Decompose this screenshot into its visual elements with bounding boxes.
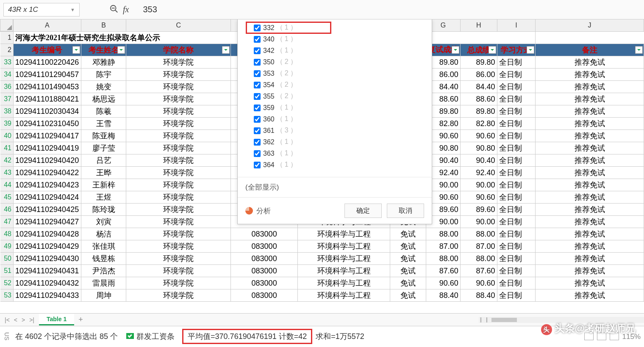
row-header[interactable]: 41 bbox=[0, 142, 14, 154]
cell-college[interactable]: 环境学院 bbox=[126, 216, 231, 228]
cell-note[interactable]: 推荐免试 bbox=[536, 142, 644, 154]
row-header[interactable]: 52 bbox=[0, 277, 14, 289]
col-header[interactable]: H bbox=[460, 19, 497, 32]
cell-mode[interactable]: 全日制 bbox=[497, 240, 536, 253]
filter-item[interactable]: 350（2） bbox=[246, 56, 432, 68]
cell-note[interactable]: 推荐免试 bbox=[536, 289, 644, 302]
filter-button[interactable] bbox=[222, 46, 230, 54]
cell-college[interactable]: 环境学院 bbox=[126, 81, 231, 93]
cell-mode[interactable]: 全日制 bbox=[497, 253, 536, 265]
filter-checkbox[interactable] bbox=[254, 150, 261, 157]
cell-id[interactable]: 102941100220426 bbox=[14, 56, 81, 69]
cell-retest[interactable]: 88.00 bbox=[426, 228, 460, 240]
cell-mode[interactable]: 全日制 bbox=[497, 265, 536, 277]
cell-college[interactable]: 环境学院 bbox=[126, 130, 231, 142]
col-header[interactable]: J bbox=[536, 19, 644, 32]
row-header[interactable]: 47 bbox=[0, 216, 14, 228]
cell-retest[interactable]: 87.00 bbox=[426, 240, 460, 253]
cell-id[interactable]: 102941102940428 bbox=[14, 228, 81, 240]
cell-name[interactable]: 尹浩杰 bbox=[81, 265, 126, 277]
cell-college[interactable]: 环境学院 bbox=[126, 105, 231, 118]
cell-note[interactable]: 推荐免试 bbox=[536, 265, 644, 277]
filter-checkbox[interactable] bbox=[254, 59, 261, 66]
cell-name[interactable]: 钱昱栋 bbox=[81, 253, 126, 265]
cell-mode[interactable]: 全日制 bbox=[497, 289, 536, 302]
cell-note[interactable]: 推荐免试 bbox=[536, 277, 644, 289]
cell-name[interactable]: 陈羲 bbox=[81, 105, 126, 118]
cell-mode[interactable]: 全日制 bbox=[497, 93, 536, 105]
cell-mode[interactable]: 全日制 bbox=[497, 130, 536, 142]
filter-checkbox[interactable] bbox=[254, 47, 261, 54]
cell-retest[interactable]: 87.60 bbox=[426, 265, 460, 277]
table-row[interactable]: 48102941102940428杨洁环境学院083000环境科学与工程免试88… bbox=[0, 228, 644, 240]
cell-college[interactable]: 环境学院 bbox=[126, 93, 231, 105]
cell-note[interactable]: 推荐免试 bbox=[536, 130, 644, 142]
cell-id[interactable]: 102941102940424 bbox=[14, 191, 81, 204]
filter-item[interactable]: 360（1） bbox=[246, 113, 432, 125]
cell-total[interactable]: 90.60 bbox=[460, 277, 497, 289]
filter-analyze-label[interactable]: 分析 bbox=[256, 206, 271, 216]
filter-button[interactable] bbox=[452, 46, 459, 54]
cell-college[interactable]: 环境学院 bbox=[126, 265, 231, 277]
filter-item[interactable]: 355（2） bbox=[246, 91, 432, 102]
table-row[interactable]: 52102941102940432雷晨雨环境学院083000环境科学与工程免试9… bbox=[0, 277, 644, 289]
cell-note[interactable]: 推荐免试 bbox=[536, 204, 644, 216]
row-header[interactable]: 50 bbox=[0, 253, 14, 265]
cell-id[interactable]: 102941102940417 bbox=[14, 130, 81, 142]
cell-note[interactable]: 推荐免试 bbox=[536, 56, 644, 69]
chevron-down-icon[interactable]: ▼ bbox=[70, 7, 75, 12]
tab-nav[interactable]: |<<>>| bbox=[0, 317, 39, 323]
table-row[interactable]: 50102941102940430钱昱栋环境学院083000环境科学与工程免试8… bbox=[0, 253, 644, 265]
cell-name[interactable]: 王晔 bbox=[81, 167, 126, 179]
cell-exam[interactable]: 免试 bbox=[390, 277, 426, 289]
cell-note[interactable]: 推荐免试 bbox=[536, 93, 644, 105]
cell-mode[interactable]: 全日制 bbox=[497, 216, 536, 228]
cell-id[interactable]: 102941101490453 bbox=[14, 81, 81, 93]
cell-name[interactable]: 陈玲珑 bbox=[81, 204, 126, 216]
cell-name[interactable]: 王雪 bbox=[81, 118, 126, 130]
cell-total[interactable]: 88.40 bbox=[460, 289, 497, 302]
filter-item[interactable]: 354（2） bbox=[246, 79, 432, 91]
filter-item[interactable]: 364（1） bbox=[246, 159, 432, 171]
cell-note[interactable]: 推荐免试 bbox=[536, 179, 644, 191]
hdr-id[interactable]: 考生编号 bbox=[14, 44, 81, 56]
cell-college[interactable]: 环境学院 bbox=[126, 142, 231, 154]
cell-major-code[interactable]: 083000 bbox=[231, 253, 298, 265]
cell-id[interactable]: 102941102940431 bbox=[14, 265, 81, 277]
row-header[interactable]: 40 bbox=[0, 130, 14, 142]
cell-total[interactable]: 90.80 bbox=[460, 142, 497, 154]
filter-item[interactable]: 353（2） bbox=[246, 68, 432, 79]
hdr-note[interactable]: 备注 bbox=[536, 44, 644, 56]
cell-college[interactable]: 环境学院 bbox=[126, 253, 231, 265]
cell-major-name[interactable]: 环境科学与工程 bbox=[297, 277, 390, 289]
cell-id[interactable]: 102941101290457 bbox=[14, 69, 81, 81]
cell-mode[interactable]: 全日制 bbox=[497, 118, 536, 130]
cell-name[interactable]: 吕艺 bbox=[81, 154, 126, 167]
cell-mode[interactable]: 全日制 bbox=[497, 154, 536, 167]
cell-total[interactable]: 89.60 bbox=[460, 204, 497, 216]
cell-college[interactable]: 环境学院 bbox=[126, 289, 231, 302]
cell-note[interactable]: 推荐免试 bbox=[536, 228, 644, 240]
cell-mode[interactable]: 全日制 bbox=[497, 69, 536, 81]
cell-major-name[interactable]: 环境科学与工程 bbox=[297, 228, 390, 240]
cell-name[interactable]: 廖子莹 bbox=[81, 142, 126, 154]
cell-note[interactable]: 推荐免试 bbox=[536, 118, 644, 130]
add-sheet-button[interactable]: + bbox=[74, 315, 87, 324]
cell-note[interactable]: 推荐免试 bbox=[536, 154, 644, 167]
filter-value-list[interactable]: 332（1）340（1）342（1）350（2）353（2）354（2）355（… bbox=[238, 19, 432, 177]
cell-major-code[interactable]: 083000 bbox=[231, 277, 298, 289]
cell-id[interactable]: 102941102940420 bbox=[14, 154, 81, 167]
cell-name[interactable]: 刘寅 bbox=[81, 216, 126, 228]
zoom-out-icon[interactable] bbox=[109, 4, 119, 15]
cell-note[interactable]: 推荐免试 bbox=[536, 191, 644, 204]
cell-id[interactable]: 102941102310450 bbox=[14, 118, 81, 130]
cell-name[interactable]: 王新梓 bbox=[81, 179, 126, 191]
fx-icon[interactable]: fx bbox=[123, 5, 129, 14]
filter-item[interactable]: 362（1） bbox=[246, 136, 432, 148]
filter-item[interactable]: 340（1） bbox=[246, 33, 432, 45]
cell-total[interactable]: 87.60 bbox=[460, 265, 497, 277]
cell-major-name[interactable]: 环境科学与工程 bbox=[297, 253, 390, 265]
cell-total[interactable]: 87.00 bbox=[460, 240, 497, 253]
filter-checkbox[interactable] bbox=[254, 25, 261, 31]
row-header[interactable]: 45 bbox=[0, 191, 14, 204]
